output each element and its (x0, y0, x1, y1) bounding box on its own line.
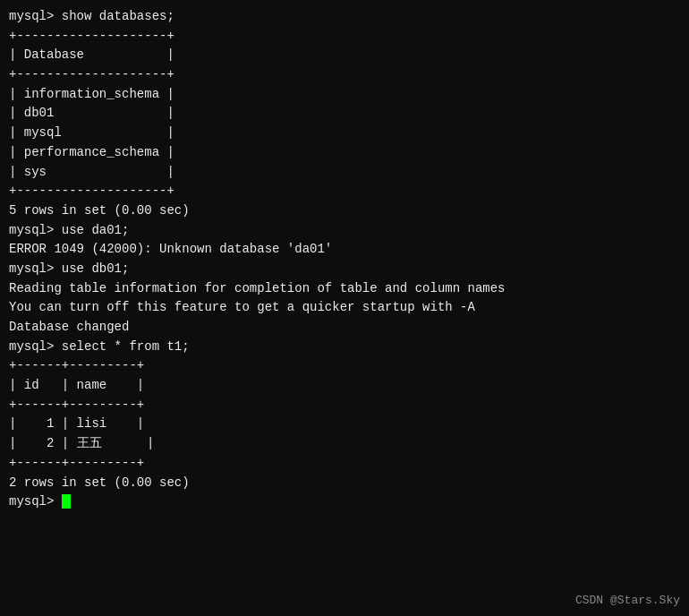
terminal-line: Database changed (9, 318, 680, 338)
terminal-line: | Database | (9, 46, 680, 65)
terminal-line: +--------------------+ (9, 182, 680, 201)
terminal-window: mysql> show databases;+-----------------… (0, 0, 689, 616)
terminal-line: mysql> select * from t1; (9, 338, 680, 357)
terminal-line: mysql> use da01; (9, 221, 680, 241)
terminal-line: mysql> (9, 492, 680, 512)
terminal-line: 2 rows in set (0.00 sec) (9, 474, 680, 493)
terminal-line: | id | name | (9, 376, 680, 396)
terminal-line: +------+---------+ (9, 396, 680, 415)
terminal-line: | mysql | (9, 124, 680, 143)
terminal-line: | 1 | lisi | (9, 415, 680, 434)
terminal-line: | db01 | (9, 104, 680, 124)
terminal-line: You can turn off this feature to get a q… (9, 298, 680, 318)
terminal-line: mysql> use db01; (9, 260, 680, 279)
terminal-line: mysql> show databases; (9, 7, 680, 27)
terminal-line: | 2 | 王五 | (9, 434, 680, 454)
terminal-line: Reading table information for completion… (9, 279, 680, 299)
terminal-output: mysql> show databases;+-----------------… (9, 7, 680, 512)
cursor (62, 494, 71, 509)
terminal-line: +------+---------+ (9, 356, 680, 376)
terminal-line: | sys | (9, 163, 680, 183)
terminal-line: 5 rows in set (0.00 sec) (9, 201, 680, 221)
terminal-line: +------+---------+ (9, 454, 680, 474)
terminal-line: +--------------------+ (9, 27, 680, 47)
terminal-line: | performance_schema | (9, 143, 680, 163)
terminal-line: ERROR 1049 (42000): Unknown database 'da… (9, 240, 680, 260)
terminal-line: +--------------------+ (9, 65, 680, 85)
watermark: CSDN @Stars.Sky (575, 594, 680, 607)
terminal-line: | information_schema | (9, 85, 680, 105)
